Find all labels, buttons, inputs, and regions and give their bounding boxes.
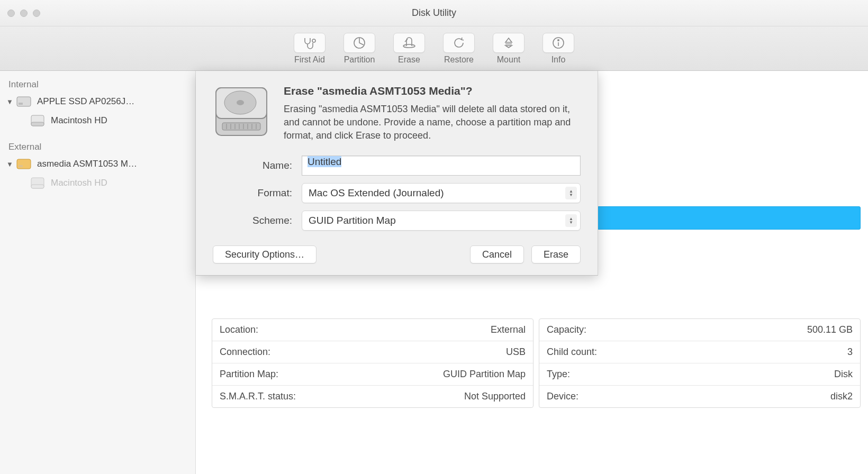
sidebar-item-label: asmedia ASMT1053 M… (37, 159, 137, 169)
sidebar: Internal ▼ APPLE SSD AP0256J… Macintosh … (0, 71, 196, 474)
sidebar-item-label: APPLE SSD AP0256J… (37, 96, 134, 107)
titlebar: Disk Utility (0, 0, 868, 26)
info-row: Capacity:500.11 GB (539, 319, 860, 341)
sidebar-header-external: External (0, 139, 195, 154)
select-stepper-icon: ▲▼ (565, 187, 577, 199)
toolbar-partition[interactable]: Partition (338, 33, 381, 65)
disclosure-triangle-icon[interactable]: ▼ (6, 98, 13, 106)
mount-icon (493, 33, 525, 53)
info-row: Device:disk2 (539, 386, 860, 407)
toolbar-mount[interactable]: Mount (487, 33, 530, 65)
svg-rect-5 (17, 97, 31, 106)
stethoscope-icon (294, 33, 326, 53)
svg-point-16 (237, 100, 244, 105)
piechart-icon (343, 33, 375, 53)
svg-point-2 (403, 44, 415, 48)
info-row: Type:Disk (539, 363, 860, 386)
sidebar-item-volume[interactable]: Macintosh HD (0, 111, 195, 130)
erase-icon (393, 33, 425, 53)
security-options-button[interactable]: Security Options… (213, 245, 317, 263)
scheme-label: Scheme: (213, 215, 292, 226)
sidebar-item-label: Macintosh HD (51, 178, 107, 188)
toolbar-label: Restore (444, 55, 474, 65)
svg-point-0 (312, 39, 315, 42)
info-row: Child count:3 (539, 341, 860, 363)
capacity-bar (597, 206, 861, 230)
svg-rect-6 (19, 103, 23, 105)
toolbar-label: Partition (344, 55, 375, 65)
disclosure-triangle-icon[interactable]: ▼ (6, 160, 13, 168)
info-table-left: Location:External Connection:USB Partiti… (212, 318, 534, 408)
sidebar-header-internal: Internal (0, 76, 195, 92)
svg-rect-9 (17, 159, 31, 169)
restore-icon (443, 33, 475, 53)
sidebar-item-label: Macintosh HD (51, 115, 107, 126)
sidebar-item-external-disk[interactable]: ▼ asmedia ASMT1053 M… (0, 154, 195, 174)
info-row: Location:External (212, 319, 533, 341)
svg-rect-10 (19, 165, 23, 167)
toolbar-label: Erase (398, 55, 420, 65)
toolbar-first-aid[interactable]: First Aid (288, 33, 331, 65)
external-disk-icon (16, 158, 32, 170)
toolbar-erase[interactable]: Erase (388, 33, 430, 65)
info-row: Partition Map:GUID Partition Map (212, 363, 533, 386)
format-label: Format: (213, 187, 292, 199)
toolbar: First Aid Partition Erase Restore Mount … (0, 26, 868, 71)
info-row: Connection:USB (212, 341, 533, 363)
volume-icon (30, 114, 46, 127)
select-stepper-icon: ▲▼ (565, 214, 577, 227)
svg-point-4 (558, 39, 559, 40)
sheet-title: Erase "asmedia ASMT1053 Media"? (284, 85, 581, 97)
toolbar-label: Info (551, 55, 566, 65)
info-tables: Location:External Connection:USB Partiti… (212, 318, 861, 408)
sidebar-item-volume-unmounted[interactable]: Macintosh HD (0, 174, 195, 193)
window-title: Disk Utility (0, 7, 868, 19)
disk-illustration-icon (213, 85, 270, 143)
sidebar-item-internal-disk[interactable]: ▼ APPLE SSD AP0256J… (0, 92, 195, 111)
toolbar-label: Mount (497, 55, 520, 65)
volume-icon (30, 177, 46, 189)
toolbar-restore[interactable]: Restore (438, 33, 480, 65)
svg-rect-12 (31, 185, 44, 188)
info-row: S.M.A.R.T. status:Not Supported (212, 386, 533, 407)
sheet-body: Erasing "asmedia ASMT1053 Media" will de… (284, 103, 581, 143)
internal-disk-icon (16, 95, 32, 108)
toolbar-label: First Aid (294, 55, 325, 65)
content-area: Location:External Connection:USB Partiti… (196, 71, 868, 474)
format-select[interactable]: Mac OS Extended (Journaled) ▲▼ (302, 183, 581, 203)
cancel-button[interactable]: Cancel (470, 245, 524, 263)
erase-button[interactable]: Erase (531, 245, 581, 263)
scheme-select[interactable]: GUID Partition Map ▲▼ (302, 211, 581, 231)
erase-sheet: Erase "asmedia ASMT1053 Media"? Erasing … (196, 71, 598, 276)
svg-rect-8 (31, 122, 44, 126)
info-table-right: Capacity:500.11 GB Child count:3 Type:Di… (539, 318, 861, 408)
svg-rect-17 (222, 123, 260, 130)
info-icon (542, 33, 574, 53)
name-input[interactable]: Untitled (302, 156, 581, 176)
name-label: Name: (213, 160, 292, 171)
toolbar-info[interactable]: Info (537, 33, 580, 65)
